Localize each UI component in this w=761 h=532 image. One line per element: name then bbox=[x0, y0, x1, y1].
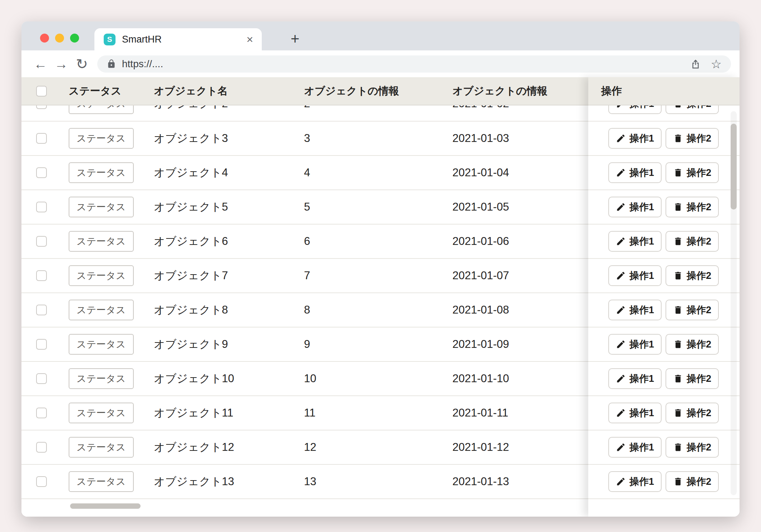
object-date-cell: 2021-01-08 bbox=[452, 304, 588, 316]
object-info-cell: 7 bbox=[304, 269, 452, 282]
row-checkbox[interactable] bbox=[36, 476, 47, 487]
pencil-icon bbox=[616, 105, 626, 109]
edit-button-label: 操作1 bbox=[629, 235, 654, 248]
delete-button[interactable]: 操作2 bbox=[666, 368, 719, 389]
url-text: https://.... bbox=[122, 58, 690, 70]
vertical-scrollbar-thumb[interactable] bbox=[731, 124, 737, 210]
select-all-checkbox[interactable] bbox=[36, 86, 47, 97]
browser-tab-smarthr[interactable]: S SmartHR × bbox=[94, 28, 262, 50]
address-bar[interactable]: https://.... ☆ bbox=[97, 55, 731, 73]
delete-button[interactable]: 操作2 bbox=[666, 403, 719, 423]
window-controls bbox=[40, 34, 79, 43]
pencil-icon bbox=[616, 442, 626, 452]
object-date-cell: 2021-01-10 bbox=[452, 372, 588, 385]
status-badge: ステータス bbox=[69, 403, 134, 423]
object-name-cell: オブジェクト10 bbox=[154, 371, 304, 386]
trash-icon bbox=[673, 442, 683, 452]
actions-row: 操作1 操作2 bbox=[588, 396, 740, 430]
status-badge: ステータス bbox=[69, 368, 134, 389]
delete-button[interactable]: 操作2 bbox=[666, 334, 719, 355]
row-checkbox[interactable] bbox=[36, 270, 47, 281]
row-checkbox[interactable] bbox=[36, 339, 47, 350]
edit-button[interactable]: 操作1 bbox=[608, 265, 662, 286]
delete-button[interactable]: 操作2 bbox=[666, 265, 719, 286]
delete-button[interactable]: 操作2 bbox=[666, 197, 719, 217]
trash-icon bbox=[673, 133, 683, 143]
edit-button-label: 操作1 bbox=[629, 475, 654, 488]
object-name-cell: オブジェクト12 bbox=[154, 440, 304, 455]
delete-button-label: 操作2 bbox=[687, 338, 711, 351]
object-date-cell: 2021-01-11 bbox=[452, 407, 588, 419]
share-icon[interactable] bbox=[690, 59, 701, 69]
header-object-info-1: オブジェクトの情報 bbox=[304, 84, 452, 98]
status-badge: ステータス bbox=[69, 162, 134, 183]
trash-icon bbox=[673, 202, 683, 212]
row-checkbox[interactable] bbox=[36, 202, 47, 212]
object-info-cell: 10 bbox=[304, 372, 452, 385]
row-checkbox[interactable] bbox=[36, 236, 47, 247]
object-date-cell: 2021-01-02 bbox=[452, 105, 588, 110]
actions-row: 操作1 操作2 bbox=[588, 156, 740, 190]
edit-button[interactable]: 操作1 bbox=[608, 368, 662, 389]
delete-button[interactable]: 操作2 bbox=[666, 128, 719, 149]
trash-icon bbox=[673, 374, 683, 384]
edit-button[interactable]: 操作1 bbox=[608, 471, 662, 492]
header-object-name: オブジェクト名 bbox=[154, 84, 304, 98]
reload-icon[interactable]: ↻ bbox=[72, 57, 92, 71]
object-name-cell: オブジェクト2 bbox=[154, 105, 304, 111]
edit-button[interactable]: 操作1 bbox=[608, 162, 662, 183]
edit-button[interactable]: 操作1 bbox=[608, 128, 662, 149]
row-checkbox[interactable] bbox=[36, 442, 47, 453]
delete-button[interactable]: 操作2 bbox=[666, 105, 719, 114]
forward-icon[interactable]: → bbox=[51, 57, 72, 71]
table-row: ステータス オブジェクト9 9 2021-01-09 bbox=[21, 327, 588, 362]
delete-button[interactable]: 操作2 bbox=[666, 162, 719, 183]
table-row: ステータス オブジェクト3 3 2021-01-03 bbox=[21, 122, 588, 156]
zoom-window-button[interactable] bbox=[70, 34, 79, 43]
browser-toolbar: ← → ↻ https://.... ☆ bbox=[21, 50, 740, 77]
actions-row: 操作1 操作2 bbox=[588, 190, 740, 225]
tab-close-icon[interactable]: × bbox=[246, 34, 253, 45]
edit-button[interactable]: 操作1 bbox=[608, 437, 662, 458]
delete-button-label: 操作2 bbox=[687, 132, 711, 145]
edit-button-label: 操作1 bbox=[629, 407, 654, 419]
row-checkbox[interactable] bbox=[36, 408, 47, 418]
delete-button[interactable]: 操作2 bbox=[666, 437, 719, 458]
row-checkbox[interactable] bbox=[36, 105, 47, 109]
object-info-cell: 13 bbox=[304, 475, 452, 488]
new-tab-button[interactable]: + bbox=[286, 30, 304, 48]
edit-button-label: 操作1 bbox=[629, 441, 654, 454]
edit-button[interactable]: 操作1 bbox=[608, 197, 662, 217]
actions-row: 操作1 操作2 bbox=[588, 259, 740, 293]
horizontal-scrollbar-thumb[interactable] bbox=[70, 503, 141, 509]
back-icon[interactable]: ← bbox=[30, 57, 51, 71]
row-checkbox[interactable] bbox=[36, 167, 47, 178]
delete-button[interactable]: 操作2 bbox=[666, 231, 719, 252]
delete-button[interactable]: 操作2 bbox=[666, 471, 719, 492]
edit-button[interactable]: 操作1 bbox=[608, 231, 662, 252]
delete-button[interactable]: 操作2 bbox=[666, 300, 719, 320]
delete-button-label: 操作2 bbox=[687, 269, 711, 282]
row-checkbox[interactable] bbox=[36, 133, 47, 144]
close-window-button[interactable] bbox=[40, 34, 49, 43]
edit-button[interactable]: 操作1 bbox=[608, 403, 662, 423]
edit-button[interactable]: 操作1 bbox=[608, 105, 662, 114]
status-badge: ステータス bbox=[69, 105, 134, 114]
omnibox-actions: ☆ bbox=[690, 58, 722, 70]
row-checkbox[interactable] bbox=[36, 373, 47, 384]
edit-button-label: 操作1 bbox=[629, 304, 654, 316]
edit-button-label: 操作1 bbox=[629, 166, 654, 179]
delete-button-label: 操作2 bbox=[687, 201, 711, 213]
pencil-icon bbox=[616, 133, 626, 143]
bookmark-star-icon[interactable]: ☆ bbox=[711, 58, 722, 70]
pencil-icon bbox=[616, 202, 626, 212]
object-info-cell: 9 bbox=[304, 338, 452, 351]
edit-button[interactable]: 操作1 bbox=[608, 300, 662, 320]
edit-button[interactable]: 操作1 bbox=[608, 334, 662, 355]
row-checkbox[interactable] bbox=[36, 305, 47, 315]
minimize-window-button[interactable] bbox=[55, 34, 64, 43]
header-object-info-2: オブジェクトの情報 bbox=[452, 84, 588, 98]
object-info-cell: 6 bbox=[304, 235, 452, 248]
trash-icon bbox=[673, 339, 683, 349]
object-date-cell: 2021-01-03 bbox=[452, 132, 588, 145]
